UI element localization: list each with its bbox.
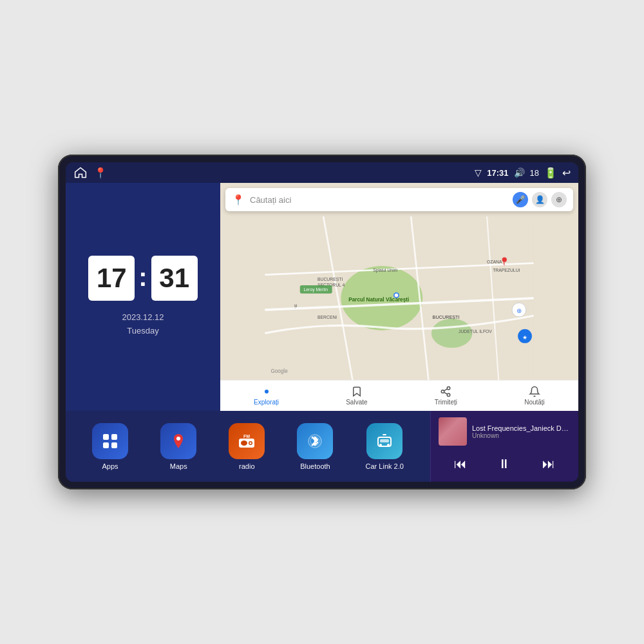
clock-colon: : — [138, 263, 147, 292]
svg-text:OZANA: OZANA — [487, 260, 502, 264]
bluetooth-label: Bluetooth — [300, 462, 330, 470]
svg-rect-35 — [111, 434, 117, 440]
svg-point-22 — [502, 258, 507, 262]
svg-text:BERCENI: BERCENI — [317, 315, 337, 319]
map-nav-saved-label: Salvate — [346, 399, 367, 406]
map-search-icons: 🎤 👤 ⊕ — [513, 192, 567, 207]
map-nav-explore[interactable]: Explorați — [254, 386, 279, 406]
music-title: Lost Frequencies_Janieck Devy-... — [472, 424, 571, 432]
svg-point-31 — [448, 393, 451, 397]
maps-label: Maps — [170, 462, 187, 470]
maps-shortcut-icon[interactable]: 📍 — [94, 167, 107, 179]
device-screen: 📍 ▽ 17:31 🔊 18 🔋 ↩ — [66, 162, 578, 482]
map-nav-saved[interactable]: Salvate — [346, 386, 367, 406]
app-icon-bluetooth[interactable]: Bluetooth — [297, 423, 333, 470]
battery-icon: 🔋 — [544, 167, 557, 179]
svg-point-49 — [387, 444, 390, 446]
music-controls: ⏮ ⏸ ⏭ — [439, 452, 571, 475]
app-icon-apps[interactable]: Apps — [92, 423, 128, 470]
map-panel: 📍 Căutați aici 🎤 👤 ⊕ — [220, 183, 578, 411]
maps-icon-bubble — [160, 423, 196, 459]
status-right: ▽ 17:31 🔊 18 🔋 ↩ — [475, 167, 571, 179]
play-pause-button[interactable]: ⏸ — [493, 452, 516, 475]
svg-text:Leroy Merlin: Leroy Merlin — [304, 287, 328, 292]
music-artist: Unknown — [472, 432, 571, 439]
next-button[interactable]: ⏭ — [537, 452, 560, 475]
radio-icon-bubble: FM — [229, 423, 265, 459]
apps-icon-bubble — [92, 423, 128, 459]
svg-line-32 — [444, 392, 448, 394]
app-icon-carlink[interactable]: Car Link 2.0 — [366, 423, 404, 470]
layers-icon-btn[interactable]: ⊕ — [551, 192, 567, 207]
svg-text:★: ★ — [522, 334, 527, 341]
svg-rect-40 — [241, 440, 247, 446]
radio-label: radio — [239, 462, 254, 470]
volume-icon: 🔊 — [514, 167, 525, 178]
svg-text:Google: Google — [270, 368, 288, 374]
map-nav-news[interactable]: Noutăți — [524, 386, 545, 406]
svg-text:⊕: ⊕ — [516, 307, 522, 314]
home-icon[interactable] — [73, 167, 88, 178]
app-icon-maps[interactable]: Maps — [160, 423, 196, 470]
svg-point-29 — [448, 387, 451, 390]
bottom-row: Apps Maps — [66, 411, 578, 482]
time-display: 17:31 — [487, 168, 508, 178]
music-player: Lost Frequencies_Janieck Devy-... Unknow… — [430, 411, 578, 482]
music-thumbnail — [439, 417, 467, 446]
apps-row: Apps Maps — [66, 411, 430, 482]
app-icon-radio[interactable]: FM radio — [229, 423, 265, 470]
svg-text:JUDEȚUL ILFOV: JUDEȚUL ILFOV — [459, 329, 492, 334]
bluetooth-icon-bubble — [297, 423, 333, 459]
gps-icon: ▽ — [475, 167, 482, 178]
svg-text:și: și — [294, 303, 298, 308]
svg-text:TRAPEZULUI: TRAPEZULUI — [493, 268, 520, 272]
device-frame: 📍 ▽ 17:31 🔊 18 🔋 ↩ — [58, 155, 586, 489]
clock-display: 17 : 31 — [88, 256, 197, 301]
svg-text:BUCUREȘTI: BUCUREȘTI — [317, 277, 343, 282]
clock-panel: 17 : 31 2023.12.12 Tuesday — [66, 183, 220, 411]
main-content: 17 : 31 2023.12.12 Tuesday 📍 Căutați aic… — [66, 183, 578, 482]
mic-icon-btn[interactable]: 🎤 — [513, 192, 528, 207]
svg-text:Parcul Natural Văcărești: Parcul Natural Văcărești — [348, 297, 409, 303]
map-pin-icon: 📍 — [232, 194, 245, 206]
status-left: 📍 — [73, 167, 107, 179]
svg-point-30 — [442, 390, 445, 393]
carlink-label: Car Link 2.0 — [366, 462, 404, 470]
account-icon-btn[interactable]: 👤 — [532, 192, 547, 207]
svg-text:Splaiul Unirii: Splaiul Unirii — [373, 268, 397, 273]
map-bottom-nav: Explorați Salvate Trimiteți Noutăți — [220, 380, 578, 411]
map-search-bar[interactable]: 📍 Căutați aici 🎤 👤 ⊕ — [225, 188, 573, 211]
svg-rect-37 — [111, 442, 117, 448]
svg-point-48 — [379, 444, 382, 446]
map-search-text[interactable]: Căutați aici — [250, 195, 507, 205]
map-nav-share[interactable]: Trimiteți — [435, 386, 457, 406]
svg-text:FM: FM — [243, 434, 250, 439]
clock-date: 2023.12.12 Tuesday — [122, 311, 164, 338]
svg-line-33 — [444, 389, 448, 391]
clock-hour: 17 — [88, 256, 135, 301]
music-info: Lost Frequencies_Janieck Devy-... Unknow… — [472, 424, 571, 439]
map-nav-explore-label: Explorați — [254, 399, 279, 406]
svg-rect-47 — [380, 439, 389, 442]
apps-label: Apps — [102, 462, 118, 470]
status-bar: 📍 ▽ 17:31 🔊 18 🔋 ↩ — [66, 162, 578, 183]
music-top: Lost Frequencies_Janieck Devy-... Unknow… — [439, 417, 571, 446]
svg-rect-36 — [103, 442, 109, 448]
signal-strength: 18 — [530, 168, 539, 178]
top-row: 17 : 31 2023.12.12 Tuesday 📍 Căutați aic… — [66, 183, 578, 411]
svg-point-42 — [250, 442, 252, 444]
svg-point-21 — [395, 294, 398, 297]
back-icon[interactable]: ↩ — [562, 167, 571, 179]
prev-button[interactable]: ⏮ — [449, 452, 472, 475]
svg-point-38 — [176, 437, 180, 440]
clock-minute: 31 — [151, 256, 198, 301]
svg-rect-34 — [103, 434, 109, 440]
map-nav-share-label: Trimiteți — [435, 399, 457, 406]
map-nav-news-label: Noutăți — [524, 399, 545, 406]
map-area[interactable]: Parcul Natural Văcărești BUCUREȘTI JUDEȚ… — [220, 216, 578, 380]
carlink-icon-bubble — [366, 423, 402, 459]
svg-point-28 — [265, 390, 269, 393]
svg-text:BUCUREȘTI: BUCUREȘTI — [433, 314, 460, 320]
